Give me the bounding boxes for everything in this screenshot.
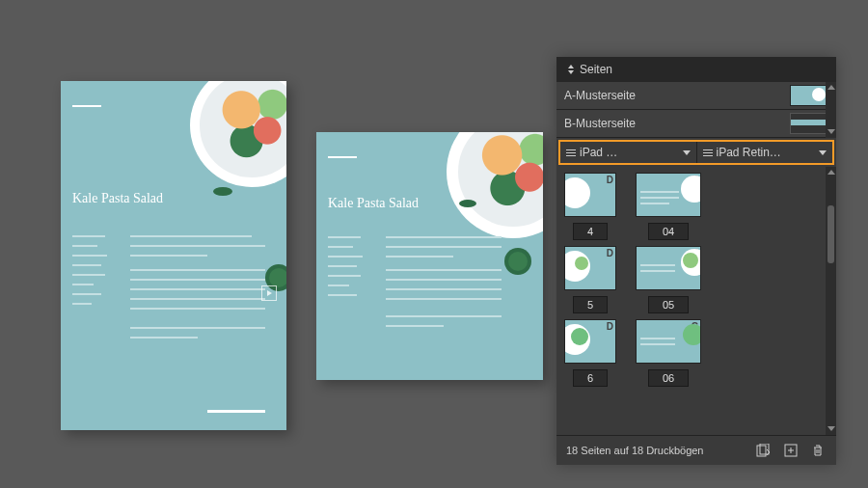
layout-label: iPad … — [580, 146, 679, 159]
panel-footer: 18 Seiten auf 18 Druckbögen — [556, 435, 836, 465]
deco-line — [328, 156, 357, 158]
master-thumb-a[interactable] — [790, 85, 828, 106]
chevron-down-icon — [683, 150, 691, 155]
master-marker: D — [607, 248, 613, 258]
pages-panel: Seiten A-Musterseite B-Musterseite iPad … — [556, 57, 836, 465]
master-thumb-b[interactable] — [790, 113, 828, 134]
new-page-button[interactable] — [782, 442, 800, 459]
master-page-label: B-Musterseite — [564, 117, 636, 130]
scroll-down-icon — [827, 128, 836, 136]
master-marker: D — [607, 175, 613, 185]
alternate-layout-bar: iPad … iPad Retin… — [558, 140, 834, 165]
small-bowl — [504, 248, 531, 275]
page-thumbnails-area: D 4 D 5 D 6 C — [556, 167, 836, 393]
leaf-accent — [213, 187, 232, 196]
page-number-label: 5 — [573, 296, 608, 313]
recipe-title: Kale Pasta Salad — [72, 191, 163, 206]
page-thumb[interactable]: D — [564, 173, 616, 217]
layout-rows-icon — [566, 149, 576, 156]
plate-illustration — [190, 81, 286, 187]
layout-dropdown-ipad-retina[interactable]: iPad Retin… — [696, 142, 833, 163]
page-number-label: 4 — [573, 223, 608, 240]
master-page-row[interactable]: B-Musterseite — [556, 110, 836, 138]
page-thumb[interactable]: D — [564, 246, 616, 290]
page-preview-landscape[interactable]: Kale Pasta Salad — [316, 132, 543, 380]
master-page-label: A-Musterseite — [564, 89, 636, 102]
page-count-status: 18 Seiten auf 18 Druckbögen — [566, 445, 704, 456]
page-number-label: 05 — [648, 296, 689, 313]
layout-rows-icon — [703, 149, 713, 156]
leaf-accent — [459, 200, 476, 207]
plate-illustration — [447, 132, 543, 238]
scroll-down-icon — [827, 425, 836, 433]
thumbs-scrollbar[interactable] — [826, 167, 836, 435]
panel-tab-seiten[interactable]: Seiten — [556, 57, 836, 82]
chevron-down-icon — [819, 150, 827, 155]
master-scrollbar[interactable] — [826, 82, 836, 138]
master-marker: D — [607, 321, 613, 332]
delete-page-button[interactable] — [809, 442, 827, 459]
recipe-title: Kale Pasta Salad — [328, 196, 419, 211]
layout-dropdown-ipad[interactable]: iPad … — [560, 142, 696, 163]
panel-tab-label: Seiten — [580, 63, 612, 76]
thumb-column-left: D 4 D 5 D 6 — [564, 173, 616, 387]
expand-icon — [566, 65, 576, 74]
page-thumb[interactable]: D — [564, 319, 616, 364]
page-thumb[interactable]: C — [636, 246, 701, 290]
page-thumb[interactable]: C — [636, 173, 701, 217]
scroll-up-icon — [827, 84, 836, 92]
edit-page-size-button[interactable] — [755, 442, 773, 459]
thumb-column-right: C 04 C 05 C 06 — [636, 173, 701, 387]
play-button-icon[interactable] — [261, 285, 277, 301]
scroll-up-icon — [827, 169, 836, 176]
deco-line — [72, 105, 101, 107]
layout-label: iPad Retin… — [717, 146, 816, 159]
page-number-label: 04 — [648, 223, 689, 240]
page-number-label: 6 — [573, 369, 608, 387]
master-page-row[interactable]: A-Musterseite — [556, 82, 836, 110]
page-number-label: 06 — [648, 369, 689, 387]
document-canvas: Kale Pasta Salad — [0, 0, 557, 488]
page-thumb[interactable]: C — [636, 319, 701, 364]
page-preview-portrait[interactable]: Kale Pasta Salad — [61, 81, 286, 430]
